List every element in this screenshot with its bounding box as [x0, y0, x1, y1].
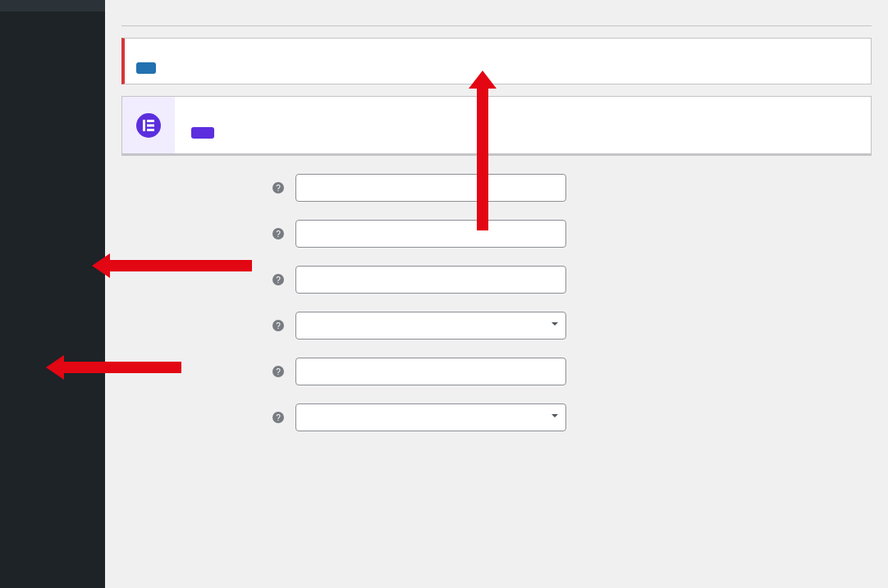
help-icon[interactable]: ? — [272, 366, 284, 377]
postcode-input[interactable] — [295, 358, 566, 385]
address1-input[interactable] — [295, 174, 566, 202]
selling-location-select[interactable] — [295, 403, 566, 431]
svg-rect-3 — [147, 129, 154, 131]
page-title — [105, 0, 888, 26]
help-icon[interactable]: ? — [272, 412, 284, 423]
country-select[interactable] — [295, 312, 566, 340]
svg-rect-2 — [147, 125, 154, 127]
license-notice — [121, 38, 872, 84]
address2-input[interactable] — [295, 220, 566, 248]
help-icon[interactable]: ? — [272, 274, 284, 285]
elementor-promo — [121, 96, 872, 156]
svg-rect-1 — [147, 120, 154, 122]
learn-more-button[interactable] — [191, 127, 214, 139]
content-area: ? ? ? ? ? ? — [105, 0, 888, 588]
city-input[interactable] — [295, 266, 566, 294]
svg-rect-0 — [143, 120, 145, 131]
elementor-icon — [136, 113, 161, 138]
admin-sidebar — [0, 0, 105, 588]
help-icon[interactable]: ? — [272, 182, 284, 194]
help-icon[interactable]: ? — [272, 228, 284, 239]
help-icon[interactable]: ? — [272, 320, 284, 331]
activate-license-button[interactable] — [136, 62, 156, 74]
woocommerce-submenu — [0, 0, 105, 11]
